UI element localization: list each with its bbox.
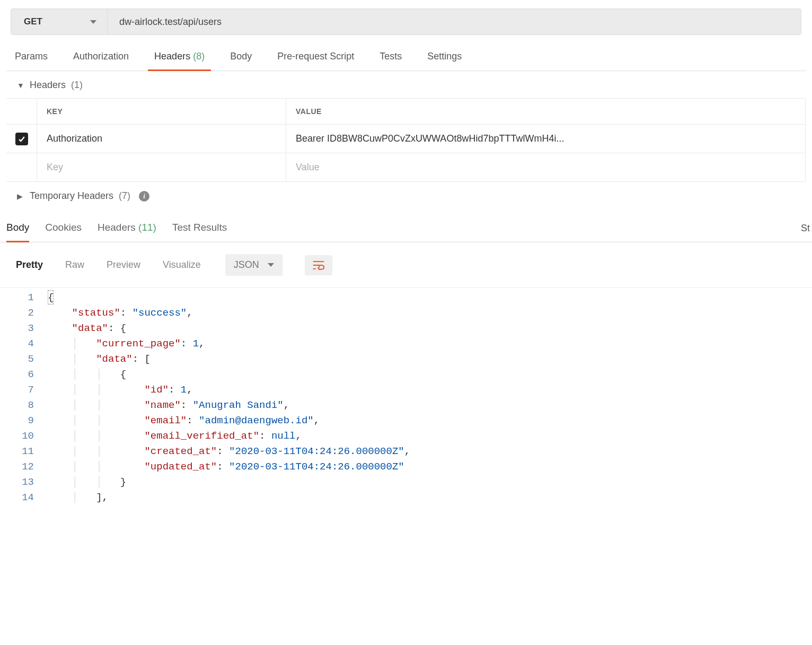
- tab-prerequest[interactable]: Pre-request Script: [277, 43, 354, 71]
- tab-headers-label: Headers: [154, 51, 190, 62]
- view-pretty[interactable]: Pretty: [16, 259, 43, 271]
- header-value-input[interactable]: [296, 162, 796, 173]
- table-row: Authorization Bearer ID8BW8CuwP0CvZxUWWA…: [6, 125, 806, 153]
- request-tabs: Params Authorization Headers (8) Body Pr…: [6, 43, 806, 71]
- resp-tab-body[interactable]: Body: [6, 214, 29, 242]
- line-gutter: 1 2 3 4 5 6 7 8 9 10 11 12 13 14: [0, 288, 48, 508]
- table-row-empty: [6, 153, 806, 182]
- resp-tab-headers-label: Headers: [98, 222, 136, 233]
- headers-section-count: (1): [71, 80, 83, 91]
- chevron-down-icon: [268, 263, 274, 267]
- tab-headers-count: (8): [193, 51, 205, 62]
- resp-tab-cookies[interactable]: Cookies: [45, 214, 82, 242]
- wrap-icon: [312, 259, 325, 271]
- tab-params[interactable]: Params: [15, 43, 48, 71]
- row-checkbox[interactable]: [15, 133, 28, 145]
- response-view-bar: Pretty Raw Preview Visualize JSON: [0, 242, 812, 287]
- tab-headers[interactable]: Headers (8): [154, 43, 205, 71]
- row-checkbox-empty: [6, 153, 37, 181]
- response-tabs: Body Cookies Headers (11) Test Results S…: [0, 214, 812, 242]
- response-status: St: [801, 223, 810, 234]
- header-key-input-cell[interactable]: [37, 153, 286, 181]
- resp-tab-headers-count: (11): [138, 222, 156, 233]
- format-select[interactable]: JSON: [225, 254, 283, 276]
- header-value-input-cell[interactable]: [286, 153, 806, 181]
- check-icon: [17, 135, 26, 143]
- info-icon[interactable]: i: [139, 191, 149, 202]
- caret-right-icon: ▶: [17, 192, 24, 201]
- tab-settings[interactable]: Settings: [427, 43, 462, 71]
- request-url-bar: GET: [11, 8, 801, 35]
- tab-authorization[interactable]: Authorization: [73, 43, 129, 71]
- tab-body[interactable]: Body: [230, 43, 252, 71]
- view-visualize[interactable]: Visualize: [163, 259, 201, 271]
- headers-section-toggle[interactable]: ▼ Headers (1): [6, 71, 806, 98]
- http-method-label: GET: [24, 16, 42, 27]
- resp-tab-testresults[interactable]: Test Results: [172, 214, 227, 242]
- temp-headers-toggle[interactable]: ▶ Temporary Headers (7) i: [6, 182, 806, 209]
- header-key-col: KEY: [37, 99, 286, 124]
- response-body-code[interactable]: 1 2 3 4 5 6 7 8 9 10 11 12 13 14 { "stat…: [0, 287, 812, 508]
- temp-headers-title: Temporary Headers: [30, 190, 113, 202]
- resp-tab-headers[interactable]: Headers (11): [98, 214, 156, 242]
- url-input[interactable]: [108, 9, 801, 34]
- header-check-col: [6, 99, 37, 124]
- code-content[interactable]: { "status": "success", "data": { │ "curr…: [48, 288, 812, 508]
- header-value-col: VALUE: [286, 99, 806, 124]
- format-label: JSON: [234, 259, 259, 271]
- header-key-input[interactable]: [47, 162, 276, 173]
- table-header-row: KEY VALUE: [6, 99, 806, 125]
- wrap-lines-button[interactable]: [305, 255, 332, 275]
- row-checkbox-cell: [6, 125, 37, 153]
- header-value-cell[interactable]: Bearer ID8BW8CuwP0CvZxUWWAOt8wHid7bpTTTw…: [286, 125, 806, 153]
- chevron-down-icon: [90, 20, 96, 24]
- view-preview[interactable]: Preview: [107, 259, 140, 271]
- header-key-cell[interactable]: Authorization: [37, 125, 286, 153]
- caret-down-icon: ▼: [17, 81, 24, 90]
- view-raw[interactable]: Raw: [65, 259, 84, 271]
- temp-headers-count: (7): [119, 190, 130, 202]
- headers-section-title: Headers: [30, 80, 66, 91]
- tab-tests[interactable]: Tests: [379, 43, 402, 71]
- headers-table: KEY VALUE Authorization Bearer ID8BW8Cuw…: [6, 98, 806, 182]
- http-method-select[interactable]: GET: [11, 9, 108, 34]
